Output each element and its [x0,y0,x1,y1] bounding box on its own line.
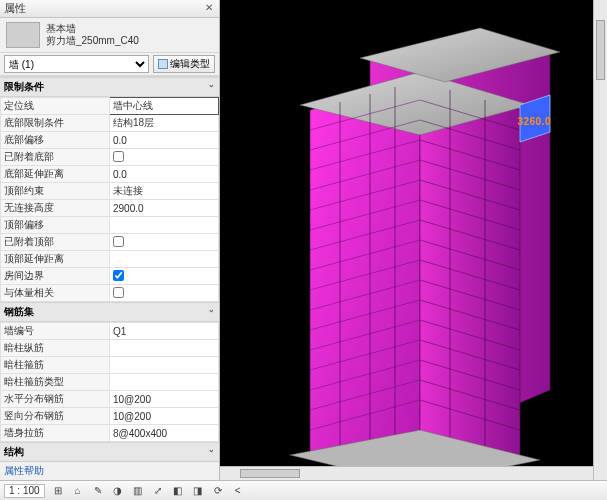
property-name: 已附着顶部 [1,234,110,251]
expand-icon: ⌄ [208,80,215,94]
property-row: 定位线墙中心线 [1,98,219,115]
property-value[interactable]: 10@200 [110,391,219,408]
property-value[interactable] [110,357,219,374]
properties-help-link[interactable]: 属性帮助 [0,461,219,480]
type-family: 基本墙 [46,23,139,35]
panel-title: 属性 [4,1,199,16]
detail-level-icon[interactable]: ⊞ [51,484,65,498]
property-value[interactable] [110,285,219,302]
property-value[interactable] [110,217,219,234]
group-header[interactable]: 钢筋集⌄ [0,302,219,322]
property-name: 顶部偏移 [1,217,110,234]
property-row: 已附着顶部 [1,234,219,251]
model-render [220,0,607,480]
property-row: 顶部延伸距离 [1,251,219,268]
crop-view-icon[interactable]: ⤢ [151,484,165,498]
property-name: 水平分布钢筋 [1,391,110,408]
element-selector[interactable]: 墙 (1) [4,55,149,73]
scrollbar-thumb[interactable] [240,469,300,478]
property-row: 暗柱纵筋 [1,340,219,357]
property-value[interactable]: Q1 [110,323,219,340]
property-value[interactable] [110,340,219,357]
type-thumbnail [6,22,40,48]
property-value[interactable]: 结构18层 [110,115,219,132]
type-text: 基本墙 剪力墙_250mm_C40 [46,23,139,47]
expand-icon: ⌄ [208,305,215,319]
property-value[interactable]: 10@200 [110,408,219,425]
3d-viewport[interactable]: 3260.0 [220,0,607,480]
analytical-icon[interactable]: ⟳ [211,484,225,498]
property-name: 顶部约束 [1,183,110,200]
property-checkbox[interactable] [113,287,124,298]
edit-type-icon [158,59,168,69]
property-checkbox[interactable] [113,151,124,162]
property-name: 底部延伸距离 [1,166,110,183]
property-value[interactable]: 墙中心线 [110,98,219,115]
property-name: 底部偏移 [1,132,110,149]
properties-scroll[interactable]: 限制条件⌄定位线墙中心线底部限制条件结构18层底部偏移0.0已附着底部底部延伸距… [0,76,219,461]
viewport-scrollbar-horizontal[interactable] [220,466,593,480]
property-value[interactable]: 2900.0 [110,200,219,217]
property-name: 暗柱纵筋 [1,340,110,357]
property-value[interactable] [110,374,219,391]
property-row: 底部限制条件结构18层 [1,115,219,132]
property-name: 房间边界 [1,268,110,285]
dimension-label: 3260.0 [517,116,551,127]
property-row: 已附着底部 [1,149,219,166]
property-name: 竖向分布钢筋 [1,408,110,425]
property-name: 墙编号 [1,323,110,340]
view-control-bar: 1 : 100 ⊞ ⌂ ✎ ◑ ▥ ⤢ ◧ ◨ ⟳ < [0,480,607,500]
property-table: 墙编号Q1暗柱纵筋暗柱箍筋暗柱箍筋类型水平分布钢筋10@200竖向分布钢筋10@… [0,322,219,442]
property-row: 墙身拉筋8@400x400 [1,425,219,442]
selector-row: 墙 (1) 编辑类型 [0,53,219,76]
property-row: 无连接高度2900.0 [1,200,219,217]
property-value[interactable] [110,234,219,251]
group-title: 钢筋集 [4,305,34,319]
type-preview[interactable]: 基本墙 剪力墙_250mm_C40 [0,18,219,53]
property-row: 底部延伸距离0.0 [1,166,219,183]
scrollbar-thumb[interactable] [596,20,605,80]
reveal-hidden-icon[interactable]: ◨ [191,484,205,498]
property-value[interactable]: 未连接 [110,183,219,200]
property-value[interactable] [110,149,219,166]
property-name: 已附着底部 [1,149,110,166]
svg-marker-2 [420,80,520,455]
property-row: 房间边界 [1,268,219,285]
scale-value[interactable]: 1 : 100 [4,484,45,498]
viewport-scrollbar-vertical[interactable] [593,0,607,480]
property-row: 顶部约束未连接 [1,183,219,200]
properties-panel: 属性 ✕ 基本墙 剪力墙_250mm_C40 墙 (1) 编辑类型 限制条件⌄定… [0,0,220,480]
group-title: 限制条件 [4,80,44,94]
sun-path-icon[interactable]: ✎ [91,484,105,498]
property-checkbox[interactable] [113,236,124,247]
property-row: 墙编号Q1 [1,323,219,340]
property-table: 定位线墙中心线底部限制条件结构18层底部偏移0.0已附着底部底部延伸距离0.0顶… [0,97,219,302]
group-title: 结构 [4,445,24,459]
property-value[interactable]: 0.0 [110,166,219,183]
panel-header: 属性 ✕ [0,0,219,18]
property-value[interactable]: 8@400x400 [110,425,219,442]
visual-style-icon[interactable]: ⌂ [71,484,85,498]
close-icon[interactable]: ✕ [203,3,215,15]
property-name: 暗柱箍筋类型 [1,374,110,391]
svg-marker-1 [310,80,420,460]
group-header[interactable]: 结构⌄ [0,442,219,461]
property-value[interactable]: 0.0 [110,132,219,149]
property-name: 与体量相关 [1,285,110,302]
chevron-left-icon[interactable]: < [231,484,245,498]
property-name: 顶部延伸距离 [1,251,110,268]
edit-type-button[interactable]: 编辑类型 [153,55,215,73]
expand-icon: ⌄ [208,445,215,459]
type-name: 剪力墙_250mm_C40 [46,35,139,47]
property-name: 底部限制条件 [1,115,110,132]
property-row: 暗柱箍筋类型 [1,374,219,391]
group-header[interactable]: 限制条件⌄ [0,77,219,97]
property-name: 无连接高度 [1,200,110,217]
property-checkbox[interactable] [113,270,124,281]
hide-isolate-icon[interactable]: ◧ [171,484,185,498]
rendering-icon[interactable]: ▥ [131,484,145,498]
property-value[interactable] [110,268,219,285]
shadows-icon[interactable]: ◑ [111,484,125,498]
property-row: 底部偏移0.0 [1,132,219,149]
property-value[interactable] [110,251,219,268]
